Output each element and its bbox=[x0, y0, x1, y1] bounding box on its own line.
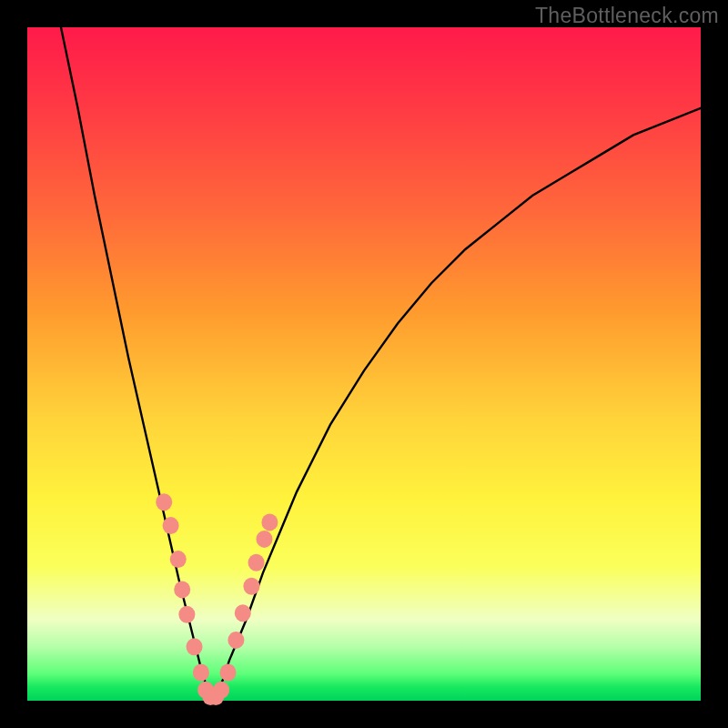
data-marker bbox=[213, 682, 229, 699]
watermark-text: TheBottleneck.com bbox=[535, 4, 719, 28]
data-marker bbox=[235, 604, 251, 622]
data-marker bbox=[156, 493, 172, 511]
chart-svg bbox=[27, 27, 701, 701]
data-marker bbox=[256, 531, 272, 548]
data-marker bbox=[193, 663, 209, 681]
data-marker bbox=[163, 517, 179, 534]
data-marker bbox=[170, 551, 187, 568]
data-marker bbox=[174, 581, 190, 598]
chart-plot-area bbox=[27, 27, 701, 701]
chart-frame: TheBottleneck.com bbox=[0, 0, 728, 728]
bottleneck-curve bbox=[61, 27, 701, 701]
data-marker bbox=[187, 638, 203, 655]
data-marker bbox=[243, 578, 259, 595]
data-marker bbox=[220, 663, 237, 681]
data-marker bbox=[261, 513, 278, 531]
data-marker bbox=[228, 632, 244, 649]
data-marker bbox=[178, 606, 195, 623]
data-markers bbox=[156, 493, 278, 705]
data-marker bbox=[248, 554, 265, 571]
